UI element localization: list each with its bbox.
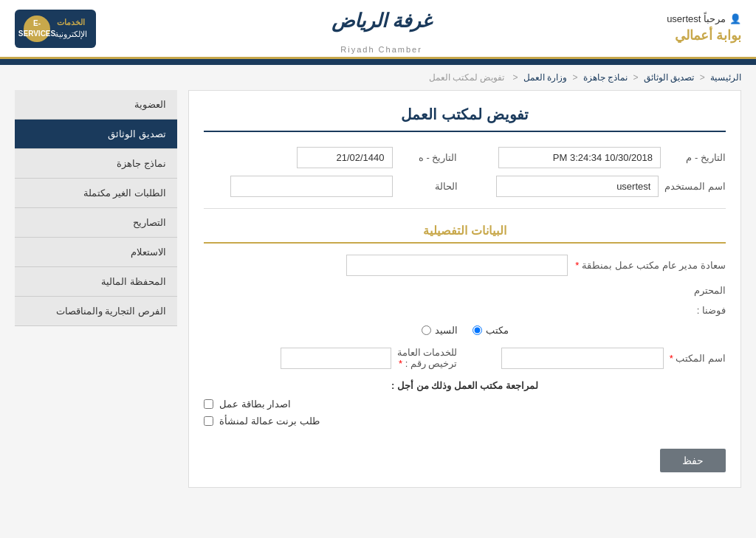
header-logo: غرفة الرياض Riyadh Chamber [323,4,441,54]
breadcrumb-sep1: < [697,72,704,83]
sidebar-label-opportunities: الفرص التجارية والمناقصات [56,306,166,317]
sidebar-item-opportunities[interactable]: الفرص التجارية والمناقصات [15,297,177,326]
username-input[interactable] [496,176,659,197]
radio-mr-input[interactable] [422,325,431,335]
sidebar-item-inquiry[interactable]: الاستعلام [15,238,177,267]
sidebar-label-ready-templates: نماذج جاهزة [117,158,166,169]
page-title: تفويض لمكتب العمل [204,106,726,132]
breadcrumb-sep4: < [510,72,518,83]
checkbox-input-1[interactable] [204,416,213,426]
radio-office-input[interactable] [472,325,482,335]
checkbox-section: لمراجعة مكتب العمل وذلك من أجل : اصدار ب… [204,380,726,427]
user-info: 👤 مرحباً usertest [667,13,741,24]
from-label: فوضنا : [697,305,726,316]
header-right: الخدمات الإلكترونية E-SERVICES [15,10,96,48]
info-row-1: التاريخ - م التاريخ - ه [204,147,726,168]
eservices-line2: الإلكترونية [55,29,87,40]
sidebar-item-membership[interactable]: العضوية [15,90,177,120]
to-required-star: * [575,260,579,271]
status-label: الحالة [399,181,458,192]
office-name-required-star: * [670,353,673,364]
checkbox-label-0: اصدار بطاقة عمل [219,399,291,410]
breadcrumb-home[interactable]: الرئيسية [710,72,741,83]
section-title: البيانات التفصيلية [204,224,726,244]
type-radio-group: مكتب السيد [204,325,726,336]
username-label: اسم المستخدم [664,181,726,192]
logo-sub: Riyadh Chamber [340,45,422,54]
radio-mr-item[interactable]: السيد [422,325,458,336]
office-name-group: اسم المكتب * [472,347,726,369]
date-h-group: التاريخ - ه [204,147,458,168]
license-no-input[interactable] [281,348,391,369]
username-group: اسم المستخدم [472,176,726,197]
header-left: 👤 مرحباً usertest بوابة أعمالي [667,13,741,44]
portal-label[interactable]: بوابة أعمالي [675,27,741,44]
respected-row: المحترم [204,285,726,296]
save-button[interactable]: حفظ [660,449,726,472]
info-row-2: اسم المستخدم الحالة [204,176,726,197]
office-name-input[interactable] [501,348,664,369]
breadcrumb: الرئيسية < تصديق الوثائق < نماذج جاهزة <… [0,65,756,90]
eservices-line1: الخدمات [55,17,87,28]
user-greeting: مرحباً usertest [667,13,726,24]
sidebar: العضوية تصديق الوثائق نماذج جاهزة الطلبا… [15,90,177,488]
to-label: سعادة مدير عام مكتب عمل بمنطقة * [575,260,726,271]
sidebar-label-inquiry: الاستعلام [131,246,166,258]
sidebar-label-membership: العضوية [134,99,166,110]
sidebar-label-financial: المحفظة المالية [101,276,166,287]
sidebar-item-incomplete[interactable]: الطلبات الغير مكتملة [15,179,177,208]
date-h-label: التاريخ - ه [399,152,458,163]
checkbox-section-title: لمراجعة مكتب العمل وذلك من أجل : [204,380,726,391]
office-name-label: اسم المكتب * [670,353,726,364]
sidebar-item-financial[interactable]: المحفظة المالية [15,267,177,297]
date-m-input[interactable] [498,147,661,168]
sidebar-item-licenses[interactable]: التصاريح [15,208,177,238]
eservices-e: E-SERVICES [18,18,55,39]
breadcrumb-current: تفويض لمكتب العمل [429,72,505,83]
breadcrumb-templates[interactable]: نماذج جاهزة [583,72,628,83]
breadcrumb-sep2: < [630,72,638,83]
to-input[interactable] [346,255,568,276]
sidebar-label-doc-verify: تصديق الوثائق [108,128,166,139]
svg-text:غرفة الرياض: غرفة الرياض [331,10,433,32]
date-h-input[interactable] [297,147,393,168]
checkbox-item-1: طلب برنت عمالة لمنشأة [204,415,726,427]
content-area: تفويض لمكتب العمل التاريخ - م التاريخ - … [188,90,741,488]
public-services-group: للخدمات العامة ترخيص رقم : * [204,347,458,369]
sidebar-label-licenses: التصاريح [133,217,166,228]
sidebar-item-ready-templates[interactable]: نماذج جاهزة [15,149,177,179]
checkbox-label-1: طلب برنت عمالة لمنشأة [219,415,320,427]
date-m-group: التاريخ - م [472,147,726,168]
office-row: اسم المكتب * للخدمات العامة ترخيص رقم : … [204,347,726,369]
sidebar-item-doc-verify[interactable]: تصديق الوثائق [15,120,177,149]
respected-label: المحترم [694,285,726,296]
date-m-label: التاريخ - م [667,152,726,163]
radio-office-item[interactable]: مكتب [472,325,509,336]
radio-mr-label: السيد [435,325,458,336]
breadcrumb-ministry[interactable]: وزارة العمل [523,72,567,83]
main-layout: تفويض لمكتب العمل التاريخ - م التاريخ - … [0,90,756,503]
status-group: الحالة [204,176,458,197]
divider [204,208,726,209]
breadcrumb-doc-verify[interactable]: تصديق الوثائق [644,72,694,83]
license-required-star: * [399,358,402,369]
breadcrumb-sep3: < [570,72,577,83]
status-input[interactable] [230,176,393,197]
user-icon: 👤 [729,13,741,24]
eservices-logo: الخدمات الإلكترونية E-SERVICES [15,10,96,48]
radio-office-label: مكتب [486,325,509,336]
checkbox-input-0[interactable] [204,399,213,409]
checkbox-item-0: اصدار بطاقة عمل [204,399,726,410]
to-row: سعادة مدير عام مكتب عمل بمنطقة * [204,255,726,276]
from-row: فوضنا : [204,305,726,316]
header: 👤 مرحباً usertest بوابة أعمالي غرفة الري… [0,0,756,59]
sidebar-label-incomplete: الطلبات الغير مكتملة [83,187,166,199]
public-services-label: للخدمات العامة ترخيص رقم : * [397,347,458,369]
navbar [0,59,756,65]
logo-text: غرفة الرياض [323,4,441,45]
